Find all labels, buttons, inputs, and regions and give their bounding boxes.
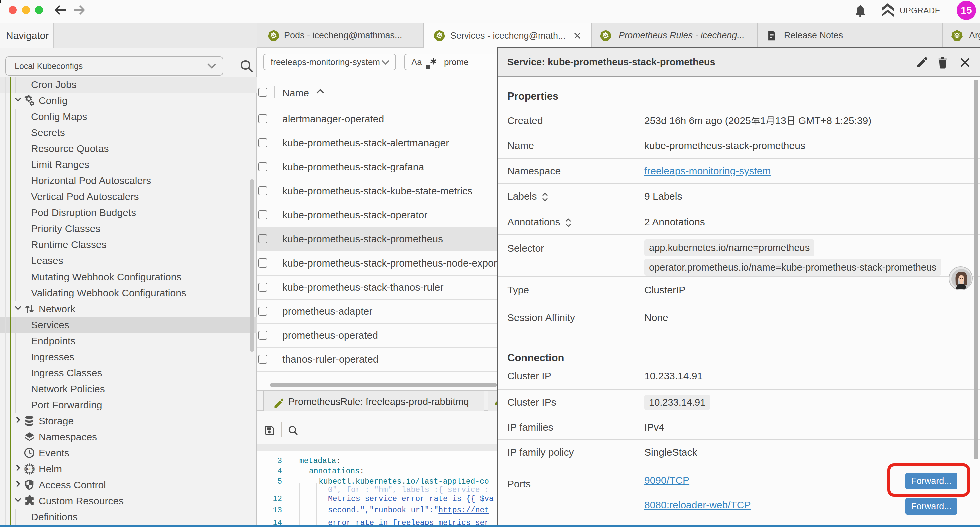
svg-text:HELM: HELM (24, 467, 35, 471)
